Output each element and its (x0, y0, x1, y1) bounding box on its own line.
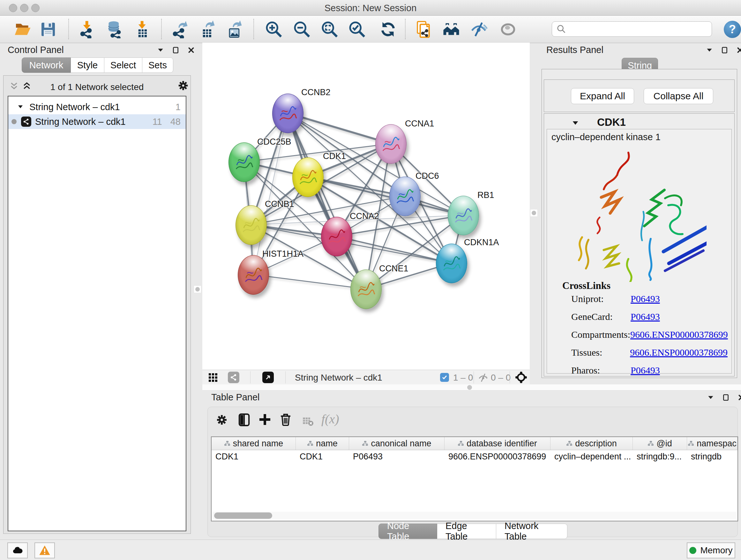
zoom-out-icon[interactable] (293, 20, 311, 39)
panel-menu-icon[interactable] (706, 47, 713, 54)
network-node-CCNE1[interactable] (350, 269, 382, 309)
selected-checkbox-icon[interactable] (440, 373, 449, 382)
import-table-icon[interactable] (133, 20, 151, 39)
refresh-icon[interactable] (379, 20, 397, 39)
crosslink-link[interactable]: P06493 (630, 294, 660, 304)
scrollbar-thumb[interactable] (214, 512, 272, 519)
network-node-CCNB2[interactable] (272, 94, 304, 133)
expand-all-button[interactable]: Expand All (571, 88, 634, 104)
panel-menu-icon[interactable] (707, 394, 714, 401)
hide-selected-icon[interactable] (469, 20, 488, 39)
search-field[interactable] (552, 21, 712, 37)
collection-expander-icon[interactable] (17, 104, 23, 110)
panel-menu-icon[interactable] (157, 47, 164, 54)
zoom-fit-icon[interactable] (320, 20, 339, 39)
crosslink-link[interactable]: 9606.ENSP00000378699 (630, 347, 728, 358)
tab-style[interactable]: Style (71, 57, 105, 73)
table-row[interactable]: CDK1CDK1P064939606.ENSP00000378699cyclin… (212, 450, 738, 463)
warnings-button[interactable] (35, 543, 55, 558)
float-panel-icon[interactable] (721, 47, 728, 54)
table-cell[interactable]: stringdb:9... (633, 450, 687, 463)
table-cell[interactable]: P06493 (349, 450, 445, 463)
left-splitter-handle[interactable] (194, 286, 201, 293)
tab-select[interactable]: Select (105, 57, 142, 73)
import-database-icon[interactable] (105, 20, 124, 39)
column-header--id[interactable]: @id (633, 437, 687, 450)
close-panel-icon[interactable] (188, 47, 195, 54)
automation-cloud-button[interactable] (7, 543, 28, 558)
tab-sets[interactable]: Sets (142, 57, 173, 73)
collapse-all-button[interactable]: Collapse All (644, 88, 713, 104)
add-column-icon[interactable] (258, 413, 272, 426)
float-panel-icon[interactable] (172, 47, 179, 54)
home-icon[interactable] (442, 20, 461, 39)
save-session-icon[interactable] (39, 20, 57, 39)
memory-button[interactable]: Memory (687, 543, 735, 558)
column-header-namespac[interactable]: namespac (687, 437, 738, 450)
open-session-icon[interactable] (13, 20, 32, 39)
network-node-RB1[interactable] (448, 196, 479, 235)
network-node-CDK1[interactable] (292, 158, 324, 197)
gene-expander-icon[interactable] (571, 119, 579, 127)
toolbar-separator (405, 19, 406, 39)
close-panel-icon[interactable] (738, 394, 741, 401)
string-document-icon[interactable] (415, 20, 433, 39)
network-collection-row[interactable]: String Network – cdk1 1 (8, 100, 186, 114)
window-title: Session: New Session (0, 3, 741, 13)
show-columns-icon[interactable] (237, 413, 251, 427)
tab-edge-table[interactable]: Edge Table (437, 523, 496, 539)
network-canvas[interactable]: CCNB2 CCNA1 CDC25B CDK1 CDC6 RB1 CCNB1 C… (202, 43, 530, 370)
export-network-icon[interactable] (171, 20, 189, 39)
help-icon[interactable]: ? (724, 21, 741, 38)
table-cell[interactable]: CDK1 (296, 450, 349, 463)
table-cell[interactable]: cyclin–dependent ... (550, 450, 633, 463)
network-node-CCNB1[interactable] (235, 205, 267, 245)
function-builder-button[interactable]: f(x) (321, 412, 339, 427)
crosslink-link[interactable]: P06493 (630, 311, 660, 322)
network-row-selected[interactable]: String Network – cdk1 11 48 (8, 114, 186, 129)
column-header-description[interactable]: description (550, 437, 633, 450)
export-image-icon[interactable] (225, 20, 243, 39)
tab-network-table[interactable]: Network Table (496, 523, 567, 539)
node-table: shared namenamecanonical namedatabase id… (211, 436, 738, 521)
close-panel-icon[interactable] (737, 47, 741, 54)
import-network-icon[interactable] (78, 20, 96, 39)
zoom-in-icon[interactable] (265, 20, 283, 39)
show-all-icon[interactable] (499, 20, 517, 39)
network-options-gear-icon[interactable] (177, 79, 189, 91)
export-table-icon[interactable] (198, 20, 216, 39)
table-horizontal-scrollbar[interactable] (212, 512, 737, 519)
column-header-name[interactable]: name (296, 437, 349, 450)
column-header-canonical-name[interactable]: canonical name (349, 437, 445, 450)
right-splitter-handle[interactable] (530, 209, 538, 217)
tab-network[interactable]: Network (22, 57, 71, 73)
network-node-CDC25B[interactable] (228, 142, 260, 182)
tab-node-table[interactable]: Node Table (379, 523, 437, 539)
delete-table-icon[interactable] (302, 415, 314, 427)
crosslink-link[interactable]: 9606.ENSP00000378699 (630, 329, 728, 340)
birdseye-grid-icon[interactable] (208, 373, 218, 383)
network-node-CDKN1A[interactable] (436, 244, 467, 283)
protein-structure-image (569, 145, 706, 282)
string-view-icon[interactable] (228, 372, 239, 383)
delete-column-icon[interactable] (279, 412, 293, 426)
table-options-gear-icon[interactable] (215, 414, 228, 426)
splitter-handle-dot[interactable] (467, 385, 472, 390)
fit-selected-target-icon[interactable] (515, 371, 527, 383)
network-node-CCNA2[interactable] (321, 217, 352, 256)
table-cell[interactable]: stringdb (687, 450, 738, 463)
zoom-selected-icon[interactable] (348, 20, 366, 39)
protein-thumbnail (441, 253, 462, 277)
float-panel-icon[interactable] (723, 394, 730, 401)
network-node-HIST1H1A[interactable] (238, 255, 269, 295)
network-node-CDC6[interactable] (389, 177, 421, 216)
collection-count: 1 (176, 102, 181, 112)
table-cell[interactable]: 9606.ENSP00000378699 (445, 450, 550, 463)
crosslink-link[interactable]: P06493 (630, 365, 660, 376)
open-in-window-icon[interactable] (262, 372, 274, 383)
column-header-database-identifier[interactable]: database identifier (445, 437, 550, 450)
table-cell[interactable]: CDK1 (212, 450, 296, 463)
network-node-CCNA1[interactable] (375, 124, 407, 164)
search-input[interactable] (569, 24, 712, 35)
column-header-shared-name[interactable]: shared name (212, 437, 296, 450)
